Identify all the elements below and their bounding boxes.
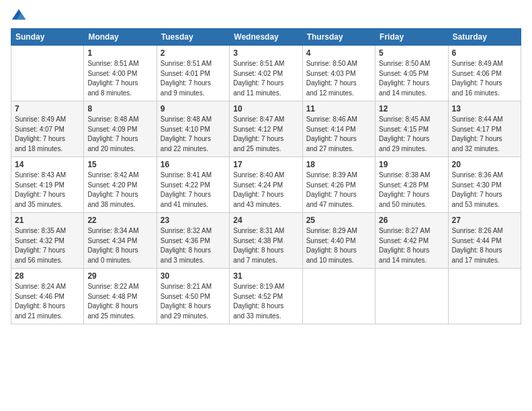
calendar-cell: 31Sunrise: 8:19 AM Sunset: 4:52 PM Dayli… (230, 269, 302, 324)
day-info: Sunrise: 8:38 AM Sunset: 4:28 PM Dayligh… (379, 171, 444, 210)
day-number: 13 (452, 104, 517, 113)
calendar-cell: 30Sunrise: 8:21 AM Sunset: 4:50 PM Dayli… (157, 269, 229, 324)
day-info: Sunrise: 8:44 AM Sunset: 4:17 PM Dayligh… (452, 115, 517, 154)
day-number: 31 (233, 271, 298, 281)
day-info: Sunrise: 8:48 AM Sunset: 4:09 PM Dayligh… (87, 115, 152, 154)
day-number: 17 (233, 160, 298, 169)
calendar-cell (302, 269, 375, 324)
day-info: Sunrise: 8:47 AM Sunset: 4:12 PM Dayligh… (233, 115, 298, 154)
calendar-cell: 14Sunrise: 8:43 AM Sunset: 4:19 PM Dayli… (11, 157, 84, 213)
day-number: 21 (15, 216, 80, 225)
day-number: 14 (15, 160, 80, 169)
day-number: 9 (161, 104, 226, 113)
calendar-cell (448, 269, 521, 324)
day-number: 16 (161, 160, 226, 169)
day-number: 2 (161, 48, 226, 58)
day-number: 23 (161, 216, 226, 225)
day-info: Sunrise: 8:51 AM Sunset: 4:00 PM Dayligh… (87, 59, 152, 98)
week-row-1: 1Sunrise: 8:51 AM Sunset: 4:00 PM Daylig… (11, 46, 521, 101)
day-number: 30 (161, 271, 226, 281)
day-info: Sunrise: 8:24 AM Sunset: 4:46 PM Dayligh… (15, 282, 80, 321)
day-number: 26 (379, 216, 444, 225)
weekday-header-saturday: Saturday (448, 29, 521, 46)
calendar-cell: 15Sunrise: 8:42 AM Sunset: 4:20 PM Dayli… (84, 157, 157, 213)
day-info: Sunrise: 8:22 AM Sunset: 4:48 PM Dayligh… (87, 282, 152, 321)
calendar-cell: 20Sunrise: 8:36 AM Sunset: 4:30 PM Dayli… (448, 157, 521, 213)
day-info: Sunrise: 8:43 AM Sunset: 4:19 PM Dayligh… (15, 171, 80, 210)
day-number: 8 (87, 104, 152, 113)
calendar-cell: 25Sunrise: 8:29 AM Sunset: 4:40 PM Dayli… (302, 213, 375, 269)
day-info: Sunrise: 8:29 AM Sunset: 4:40 PM Dayligh… (306, 226, 371, 265)
day-number: 29 (87, 271, 152, 281)
calendar-cell: 28Sunrise: 8:24 AM Sunset: 4:46 PM Dayli… (11, 269, 84, 324)
day-info: Sunrise: 8:31 AM Sunset: 4:38 PM Dayligh… (233, 226, 298, 265)
weekday-header-monday: Monday (84, 29, 157, 46)
calendar-cell: 10Sunrise: 8:47 AM Sunset: 4:12 PM Dayli… (230, 101, 302, 157)
day-info: Sunrise: 8:49 AM Sunset: 4:06 PM Dayligh… (452, 59, 517, 98)
day-info: Sunrise: 8:26 AM Sunset: 4:44 PM Dayligh… (452, 226, 517, 265)
calendar-cell: 11Sunrise: 8:46 AM Sunset: 4:14 PM Dayli… (302, 101, 375, 157)
day-info: Sunrise: 8:35 AM Sunset: 4:32 PM Dayligh… (15, 226, 80, 265)
weekday-header-tuesday: Tuesday (157, 29, 229, 46)
day-number: 3 (233, 48, 298, 58)
day-info: Sunrise: 8:51 AM Sunset: 4:02 PM Dayligh… (233, 59, 298, 98)
day-info: Sunrise: 8:21 AM Sunset: 4:50 PM Dayligh… (161, 282, 226, 321)
day-number: 25 (306, 216, 371, 225)
calendar-cell: 23Sunrise: 8:32 AM Sunset: 4:36 PM Dayli… (157, 213, 229, 269)
calendar-cell: 1Sunrise: 8:51 AM Sunset: 4:00 PM Daylig… (84, 46, 157, 101)
day-info: Sunrise: 8:34 AM Sunset: 4:34 PM Dayligh… (87, 226, 152, 265)
day-info: Sunrise: 8:51 AM Sunset: 4:01 PM Dayligh… (161, 59, 226, 98)
weekday-header-wednesday: Wednesday (230, 29, 302, 46)
day-number: 1 (87, 48, 152, 58)
day-number: 22 (87, 216, 152, 225)
calendar-cell: 26Sunrise: 8:27 AM Sunset: 4:42 PM Dayli… (375, 213, 448, 269)
calendar-cell: 4Sunrise: 8:50 AM Sunset: 4:03 PM Daylig… (302, 46, 375, 101)
week-row-4: 21Sunrise: 8:35 AM Sunset: 4:32 PM Dayli… (11, 213, 521, 269)
day-info: Sunrise: 8:45 AM Sunset: 4:15 PM Dayligh… (379, 115, 444, 154)
day-number: 27 (452, 216, 517, 225)
day-number: 28 (15, 271, 80, 281)
calendar-cell: 3Sunrise: 8:51 AM Sunset: 4:02 PM Daylig… (230, 46, 302, 101)
day-info: Sunrise: 8:46 AM Sunset: 4:14 PM Dayligh… (306, 115, 371, 154)
calendar-cell: 6Sunrise: 8:49 AM Sunset: 4:06 PM Daylig… (448, 46, 521, 101)
calendar-cell: 2Sunrise: 8:51 AM Sunset: 4:01 PM Daylig… (157, 46, 229, 101)
day-info: Sunrise: 8:27 AM Sunset: 4:42 PM Dayligh… (379, 226, 444, 265)
day-number: 5 (379, 48, 444, 58)
week-row-2: 7Sunrise: 8:49 AM Sunset: 4:07 PM Daylig… (11, 101, 521, 157)
calendar-cell: 12Sunrise: 8:45 AM Sunset: 4:15 PM Dayli… (375, 101, 448, 157)
day-info: Sunrise: 8:39 AM Sunset: 4:26 PM Dayligh… (306, 171, 371, 210)
week-row-5: 28Sunrise: 8:24 AM Sunset: 4:46 PM Dayli… (11, 269, 521, 324)
day-info: Sunrise: 8:49 AM Sunset: 4:07 PM Dayligh… (15, 115, 80, 154)
day-info: Sunrise: 8:50 AM Sunset: 4:05 PM Dayligh… (379, 59, 444, 98)
day-info: Sunrise: 8:40 AM Sunset: 4:24 PM Dayligh… (233, 171, 298, 210)
day-info: Sunrise: 8:36 AM Sunset: 4:30 PM Dayligh… (452, 171, 517, 210)
header (11, 8, 521, 24)
day-number: 19 (379, 160, 444, 169)
calendar-cell (375, 269, 448, 324)
calendar-cell: 18Sunrise: 8:39 AM Sunset: 4:26 PM Dayli… (302, 157, 375, 213)
weekday-header-sunday: Sunday (11, 29, 84, 46)
calendar-cell: 19Sunrise: 8:38 AM Sunset: 4:28 PM Dayli… (375, 157, 448, 213)
day-info: Sunrise: 8:48 AM Sunset: 4:10 PM Dayligh… (161, 115, 226, 154)
day-number: 12 (379, 104, 444, 113)
logo-icon (11, 8, 27, 24)
calendar-cell: 7Sunrise: 8:49 AM Sunset: 4:07 PM Daylig… (11, 101, 84, 157)
day-number: 10 (233, 104, 298, 113)
calendar-cell: 8Sunrise: 8:48 AM Sunset: 4:09 PM Daylig… (84, 101, 157, 157)
day-number: 20 (452, 160, 517, 169)
day-info: Sunrise: 8:42 AM Sunset: 4:20 PM Dayligh… (87, 171, 152, 210)
calendar-cell: 22Sunrise: 8:34 AM Sunset: 4:34 PM Dayli… (84, 213, 157, 269)
weekday-header-friday: Friday (375, 29, 448, 46)
weekday-header-thursday: Thursday (302, 29, 375, 46)
calendar-table: SundayMondayTuesdayWednesdayThursdayFrid… (11, 28, 521, 324)
day-info: Sunrise: 8:50 AM Sunset: 4:03 PM Dayligh… (306, 59, 371, 98)
weekday-header-row: SundayMondayTuesdayWednesdayThursdayFrid… (11, 29, 521, 46)
calendar-cell: 24Sunrise: 8:31 AM Sunset: 4:38 PM Dayli… (230, 213, 302, 269)
week-row-3: 14Sunrise: 8:43 AM Sunset: 4:19 PM Dayli… (11, 157, 521, 213)
calendar-cell: 9Sunrise: 8:48 AM Sunset: 4:10 PM Daylig… (157, 101, 229, 157)
day-number: 11 (306, 104, 371, 113)
day-number: 6 (452, 48, 517, 58)
calendar-cell: 27Sunrise: 8:26 AM Sunset: 4:44 PM Dayli… (448, 213, 521, 269)
calendar-cell: 17Sunrise: 8:40 AM Sunset: 4:24 PM Dayli… (230, 157, 302, 213)
day-number: 4 (306, 48, 371, 58)
